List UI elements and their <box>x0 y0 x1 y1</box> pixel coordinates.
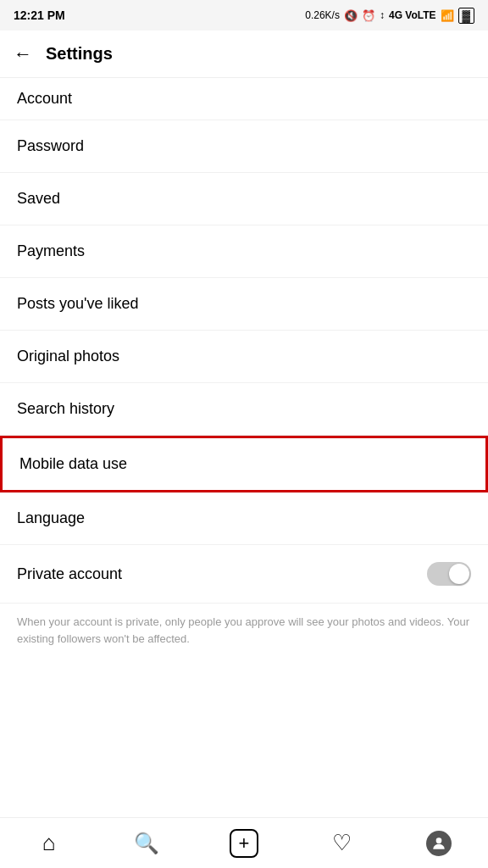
settings-item-label-saved: Saved <box>17 190 60 207</box>
settings-item-label-posts-liked: Posts you've liked <box>17 295 139 312</box>
back-button[interactable]: ← <box>14 45 32 64</box>
settings-item-mobile-data-use[interactable]: Mobile data use <box>0 436 488 492</box>
home-icon: ⌂ <box>42 830 56 856</box>
settings-item-payments[interactable]: Payments <box>0 225 488 278</box>
settings-item-label-private-account: Private account <box>17 565 122 583</box>
status-mute-icon: 🔇 <box>344 9 358 22</box>
private-account-description: When your account is private, only peopl… <box>0 604 488 664</box>
profile-icon <box>426 831 452 856</box>
nav-add[interactable]: + <box>223 822 265 865</box>
private-account-toggle[interactable] <box>427 562 471 586</box>
settings-item-search-history[interactable]: Search history <box>0 383 488 436</box>
settings-item-label-original-photos: Original photos <box>17 348 119 364</box>
settings-item-private-account: Private account <box>0 545 488 604</box>
nav-search[interactable]: 🔍 <box>125 822 168 865</box>
status-bar: 12:21 PM 0.26K/s 🔇 ⏰ ↕ 4G VoLTE 📶 ▓ <box>0 0 488 31</box>
status-network: 4G VoLTE <box>389 9 436 21</box>
settings-item-label-account: Account <box>17 90 72 107</box>
status-speed: 0.26K/s <box>305 9 340 21</box>
nav-profile[interactable] <box>418 822 460 865</box>
settings-item-label-mobile-data-use: Mobile data use <box>19 455 127 472</box>
status-alarm-icon: ⏰ <box>362 9 375 22</box>
settings-item-posts-liked[interactable]: Posts you've liked <box>0 278 488 331</box>
header: ← Settings <box>0 31 488 78</box>
add-icon: + <box>230 829 258 858</box>
settings-list: Account Password Saved Payments Posts yo… <box>0 78 488 817</box>
toggle-knob <box>449 564 469 584</box>
bottom-nav: ⌂ 🔍 + ♡ <box>0 817 488 868</box>
nav-home[interactable]: ⌂ <box>28 822 70 865</box>
status-time: 12:21 PM <box>14 8 65 22</box>
settings-item-saved[interactable]: Saved <box>0 173 488 225</box>
settings-item-original-photos[interactable]: Original photos <box>0 331 488 383</box>
search-icon: 🔍 <box>134 832 159 855</box>
svg-point-0 <box>436 837 442 843</box>
settings-item-label-language: Language <box>17 509 85 526</box>
settings-item-language[interactable]: Language <box>0 492 488 545</box>
status-signal-icon: ↕ <box>380 9 385 21</box>
nav-heart[interactable]: ♡ <box>320 822 363 865</box>
settings-item-label-payments: Payments <box>17 242 85 259</box>
settings-item-password[interactable]: Password <box>0 120 488 173</box>
settings-item-label-search-history: Search history <box>17 400 114 417</box>
page-title: Settings <box>46 44 113 64</box>
status-wifi-icon: 📶 <box>441 9 454 22</box>
settings-item-label-password: Password <box>17 137 84 154</box>
status-right-icons: 0.26K/s 🔇 ⏰ ↕ 4G VoLTE 📶 ▓ <box>305 8 474 24</box>
settings-item-account[interactable]: Account <box>0 78 488 120</box>
status-battery-icon: ▓ <box>458 8 474 24</box>
heart-icon: ♡ <box>332 830 352 856</box>
